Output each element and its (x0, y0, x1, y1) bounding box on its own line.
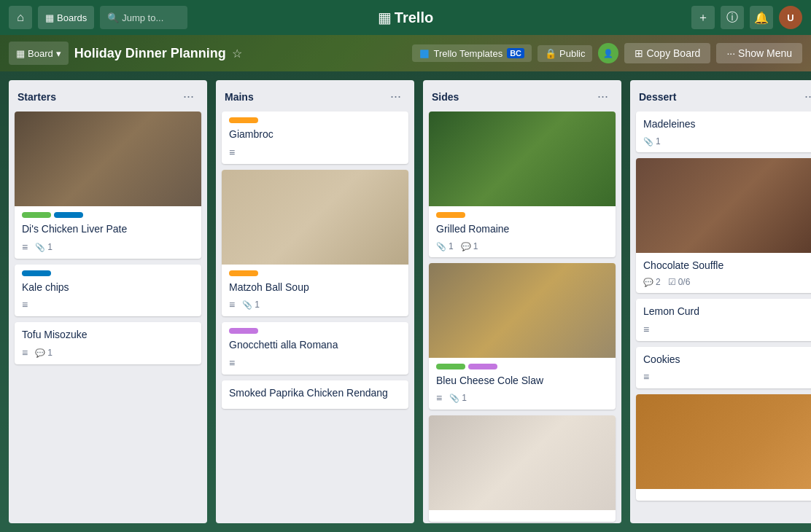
search-icon: 🔍 (107, 12, 119, 23)
card-footer-grilled-romaine: 1 1 (436, 241, 608, 251)
attachment-count: 1 (47, 242, 53, 252)
card-lemon-curd[interactable]: Lemon Curd✏ (636, 299, 811, 341)
trello-wordmark: Trello (395, 9, 433, 26)
add-button[interactable]: ＋ (691, 6, 715, 29)
card-title-grilled-romaine: Grilled Romaine (436, 222, 608, 237)
card-footer-kale-chips (22, 299, 194, 310)
card-footer-chocolate-souffle: 2 0/6 (643, 277, 811, 287)
column-title-starters: Starters (18, 91, 56, 103)
attachments-indicator: 1 (436, 241, 454, 251)
card-chicken-liver[interactable]: Di's Chicken Liver Pate 1✏ (15, 112, 201, 259)
column-cards-mains: Giambroc✏ Matzoh Ball Soup 1✏Gnocchetti … (216, 112, 414, 523)
checklist-indicator: 0/6 (668, 277, 691, 287)
trello-icon: ▦ (378, 9, 392, 26)
column-menu-button-mains[interactable]: ··· (386, 87, 406, 106)
comments-indicator: 1 (461, 241, 478, 251)
comment-count: 1 (47, 348, 53, 358)
member-avatar[interactable]: 👤 (598, 43, 618, 63)
card-title-lemon-curd: Lemon Curd (643, 305, 811, 319)
comment-icon (461, 241, 471, 251)
card-chocolate-souffle[interactable]: Chocolate Souffle 2 0/6✏ (636, 158, 811, 294)
card-footer-bleu-cheese: 1 (436, 392, 608, 404)
card-giambroc[interactable]: Giambroc✏ (222, 112, 408, 164)
card-labels-grilled-romaine (436, 212, 608, 218)
checklist-icon (668, 277, 676, 287)
column-cards-starters: Di's Chicken Liver Pate 1✏Kale chips✏Tof… (9, 112, 207, 523)
card-footer-madeleines: 1 (643, 136, 811, 146)
desc-indicator (436, 392, 442, 404)
jump-to-button[interactable]: 🔍 Jump to... (100, 6, 187, 29)
column-menu-button-sides[interactable]: ··· (593, 87, 613, 106)
card-footer-lemon-curd (643, 324, 811, 335)
copy-icon: ⊞ (635, 47, 643, 59)
show-menu-button[interactable]: ··· Show Menu (716, 43, 802, 63)
attachment-count: 1 (656, 136, 661, 146)
attachment-count: 1 (449, 241, 454, 251)
add-icon: ＋ (697, 10, 709, 26)
card-title-kale-chips: Kale chips (22, 281, 194, 295)
card-footer-tofu-misozuke: 1 (22, 347, 194, 359)
desc-indicator (643, 371, 649, 383)
desc-indicator (229, 357, 235, 369)
label-green (436, 364, 465, 369)
copy-board-button[interactable]: ⊞ Copy Board (624, 43, 710, 63)
notifications-button[interactable]: 🔔 (750, 6, 773, 29)
attachment-icon (242, 300, 252, 310)
card-labels-kale-chips (22, 270, 194, 276)
boards-icon: ▦ (45, 12, 54, 23)
card-ginger-snaps[interactable]: ✏ (636, 394, 811, 501)
public-label: Public (559, 48, 585, 59)
column-menu-button-starters[interactable]: ··· (179, 87, 198, 106)
lock-icon: 🔒 (545, 48, 556, 59)
card-title-matzoh-ball-soup: Matzoh Ball Soup (229, 281, 401, 295)
checklist-count: 0/6 (678, 277, 691, 287)
trello-logo: ▦ Trello (378, 9, 433, 26)
card-tofu-misozuke[interactable]: Tofu Misozuke 1✏ (15, 322, 201, 364)
attachments-indicator: 1 (35, 242, 53, 252)
boards-button[interactable]: ▦ Boards (38, 6, 94, 29)
card-kale-chips[interactable]: Kale chips✏ (15, 265, 201, 317)
home-button[interactable]: ⌂ (9, 6, 32, 29)
card-image-matzoh-ball-soup (222, 170, 408, 265)
column-header-sides: Sides ··· (423, 80, 621, 112)
desc-indicator (643, 324, 649, 335)
board-title: Holiday Dinner Planning (74, 46, 226, 61)
card-bleu-cheese[interactable]: Bleu Cheese Cole Slaw 1✏ (429, 263, 616, 410)
attachment-icon (35, 242, 45, 252)
card-grilled-romaine[interactable]: Grilled Romaine 1 1✏ (429, 112, 616, 257)
card-cookies[interactable]: Cookies✏ (636, 347, 811, 389)
template-name: Trello Templates (433, 48, 502, 59)
board-icon: ▦ (16, 48, 25, 59)
label-green (22, 212, 51, 218)
card-matzoh-ball-soup[interactable]: Matzoh Ball Soup 1✏ (222, 170, 408, 317)
description-icon (643, 371, 649, 383)
description-icon (22, 299, 28, 310)
column-header-dessert: Dessert ··· (630, 80, 811, 112)
card-image-ginger-snaps (636, 394, 811, 489)
card-smoked-paprika[interactable]: Smoked Paprika Chicken Rendang✏ (222, 380, 408, 410)
visibility-badge[interactable]: 🔒 Public (538, 45, 592, 62)
card-madeleines[interactable]: Madeleines 1✏ (636, 112, 811, 152)
bc-badge: BC (507, 48, 524, 58)
chevron-down-icon: ▾ (56, 48, 61, 59)
card-footer-gnocchetti (229, 357, 401, 369)
column-menu-button-dessert[interactable]: ··· (800, 87, 811, 106)
star-button[interactable]: ☆ (232, 47, 242, 60)
comments-indicator: 2 (643, 277, 661, 287)
attachments-indicator: 1 (242, 300, 260, 310)
info-icon: ⓘ (726, 10, 738, 26)
user-avatar[interactable]: U (779, 6, 802, 29)
label-orange (229, 270, 258, 276)
comment-count: 2 (656, 277, 661, 287)
column-cards-sides: Grilled Romaine 1 1✏ Bleu Cheese Cole Sl… (423, 112, 621, 523)
label-orange (436, 212, 465, 218)
card-title-madeleines: Madeleines (643, 117, 811, 132)
column-header-starters: Starters ··· (9, 80, 207, 112)
card-gnocchetti[interactable]: Gnocchetti alla Romana✏ (222, 322, 408, 375)
card-footer-giambroc (229, 146, 401, 158)
column-starters: Starters ··· Di's Chicken Liver Pate 1✏K… (9, 80, 207, 523)
card-side3[interactable]: ✏ (429, 415, 616, 522)
info-button[interactable]: ⓘ (721, 6, 744, 29)
board-view-button[interactable]: ▦ Board ▾ (9, 42, 69, 65)
column-mains: Mains ··· Giambroc✏ Matzoh Ball Soup 1✏G… (216, 80, 414, 523)
